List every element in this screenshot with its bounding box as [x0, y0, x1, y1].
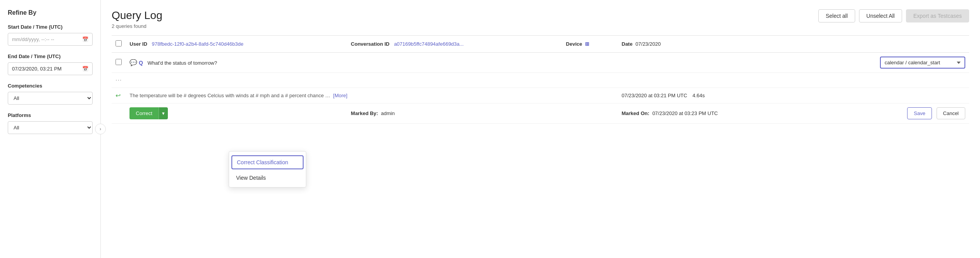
end-date-filter: End Date / Time (UTC) 07/23/2020, 03:21 … — [8, 53, 93, 75]
sidebar: Refine By Start Date / Time (UTC) mm/dd/… — [0, 0, 101, 258]
marked-by-col: Marked By: admin — [347, 103, 562, 124]
context-menu-correct-classification[interactable]: Correct Classification — [231, 155, 304, 169]
end-date-label: End Date / Time (UTC) — [8, 53, 93, 59]
answer-actions-col — [803, 88, 969, 103]
competencies-label: Competencies — [8, 83, 93, 89]
device-filter-icon[interactable]: ⊞ — [585, 41, 589, 47]
answer-score: 4.64s — [692, 93, 705, 98]
answer-text: The temperature will be # degrees Celciu… — [129, 93, 330, 98]
query-count: 2 queries found — [112, 23, 162, 29]
start-date-label: Start Date / Time (UTC) — [8, 24, 93, 30]
calendar-icon-end: 📅 — [82, 66, 88, 72]
main-content: Query Log 2 queries found Select all Uns… — [101, 0, 980, 258]
marked-by-label: Marked By: — [351, 110, 378, 116]
user-id-value[interactable]: 978fbedc-12f0-a2b4-8afd-5c740d46b3de — [152, 41, 243, 47]
conversation-id-label: Conversation ID — [351, 41, 390, 47]
platforms-label: Platforms — [8, 112, 93, 118]
start-date-placeholder: mm/dd/yyyy, --:-- -- — [12, 36, 54, 42]
status-spacer — [562, 103, 618, 124]
marked-on-value: 07/23/2020 at 03:23 PM UTC — [652, 110, 718, 116]
sidebar-toggle[interactable]: › — [95, 124, 106, 134]
q-badge: Q — [139, 60, 143, 66]
answer-timestamp: 07/23/2020 at 03:21 PM UTC — [622, 93, 687, 98]
start-date-filter: Start Date / Time (UTC) mm/dd/yyyy, --:-… — [8, 24, 93, 46]
dots-spacer — [126, 73, 969, 88]
calendar-icon: 📅 — [82, 36, 88, 42]
status-icon-col — [112, 103, 126, 124]
table-row-status: Correct ▾ Marked By: admin Marked On: 07… — [112, 103, 969, 124]
user-id-label: User ID — [129, 41, 147, 47]
conversation-id-value[interactable]: a07169b5ffc74894afe669d3a... — [394, 41, 464, 47]
marked-by-value: admin — [381, 110, 395, 116]
row-spacer — [618, 53, 803, 73]
main-header: Query Log 2 queries found Select all Uns… — [112, 9, 969, 29]
dots-col: ··· — [112, 73, 126, 88]
save-cancel-col: Save Cancel — [803, 103, 969, 124]
end-date-input-wrapper[interactable]: 07/23/2020, 03:21 PM 📅 — [8, 62, 93, 75]
date-label: Date — [622, 41, 633, 47]
query-table: User ID 978fbedc-12f0-a2b4-8afd-5c740d46… — [112, 35, 969, 124]
answer-timestamp-col: 07/23/2020 at 03:21 PM UTC 4.64s — [618, 88, 803, 103]
end-date-value: 07/23/2020, 03:21 PM — [12, 66, 62, 72]
chat-bubble-icon: 💬 — [129, 59, 137, 66]
sidebar-title: Refine By — [8, 9, 93, 16]
answer-spacer — [562, 88, 618, 103]
platforms-select[interactable]: All — [8, 121, 93, 134]
context-menu-view-details[interactable]: View Details — [229, 171, 306, 185]
header-conversation-id: Conversation ID a07169b5ffc74894afe669d3… — [347, 36, 562, 53]
more-options-icon[interactable]: ··· — [116, 77, 122, 83]
competencies-select[interactable]: All — [8, 92, 93, 105]
header-actions: Select all Unselect All Export as Testca… — [818, 9, 969, 22]
row-classification-col: calendar / calendar_start weather / weat… — [803, 53, 969, 73]
title-area: Query Log 2 queries found — [112, 9, 162, 29]
context-menu: Correct Classification View Details — [229, 151, 306, 187]
cancel-button[interactable]: Cancel — [937, 107, 965, 119]
competencies-filter: Competencies All — [8, 83, 93, 105]
table-row-answer: ↩ The temperature will be # degrees Celc… — [112, 88, 969, 103]
page-title: Query Log — [112, 9, 162, 22]
header-device: Device ⊞ — [562, 36, 618, 53]
row-question-cell: 💬 Q What'd the status of tomorrow? — [126, 53, 618, 73]
answer-arrow-col: ↩ — [112, 88, 126, 103]
header-checkbox-col — [112, 36, 126, 53]
answer-text-col: The temperature will be # degrees Celciu… — [126, 88, 562, 103]
marked-on-label: Marked On: — [622, 110, 650, 116]
status-correct-col: Correct ▾ — [126, 103, 347, 124]
table-row-question: 💬 Q What'd the status of tomorrow? calen… — [112, 53, 969, 73]
more-link[interactable]: [More] — [333, 93, 347, 98]
correct-button[interactable]: Correct — [129, 107, 159, 119]
row-checkbox-col — [112, 53, 126, 73]
date-value: 07/23/2020 — [635, 41, 661, 47]
header-date: Date 07/23/2020 — [618, 36, 803, 53]
save-button[interactable]: Save — [907, 107, 932, 119]
reply-arrow-icon: ↩ — [116, 92, 121, 99]
correct-caret-button[interactable]: ▾ — [159, 107, 168, 119]
question-text: What'd the status of tomorrow? — [147, 60, 217, 66]
row-checkbox[interactable] — [116, 59, 122, 65]
export-testcases-button[interactable]: Export as Testcases — [906, 9, 969, 22]
platforms-filter: Platforms All — [8, 112, 93, 134]
correct-button-group: Correct ▾ — [129, 107, 168, 119]
select-all-button[interactable]: Select all — [818, 9, 855, 22]
unselect-all-button[interactable]: Unselect All — [859, 9, 902, 22]
table-row-dots: ··· — [112, 73, 969, 88]
header-user-id: User ID 978fbedc-12f0-a2b4-8afd-5c740d46… — [126, 36, 347, 53]
start-date-input-wrapper[interactable]: mm/dd/yyyy, --:-- -- 📅 — [8, 33, 93, 46]
header-actions-col — [803, 36, 969, 53]
marked-on-col: Marked On: 07/23/2020 at 03:23 PM UTC — [618, 103, 803, 124]
table-header: User ID 978fbedc-12f0-a2b4-8afd-5c740d46… — [112, 36, 969, 53]
device-label: Device — [566, 41, 582, 47]
select-all-checkbox[interactable] — [116, 40, 122, 46]
chevron-right-icon: › — [100, 126, 101, 132]
classification-dropdown[interactable]: calendar / calendar_start weather / weat… — [880, 57, 965, 69]
